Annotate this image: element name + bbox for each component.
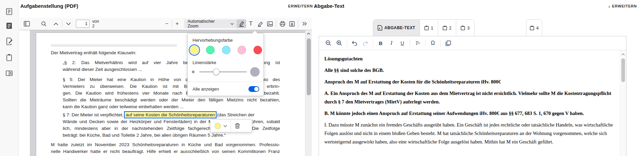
editor-content[interactable]: Lösungsgutachten Alle §§ sind solche des…: [319, 50, 626, 156]
zoom-in-button[interactable]: +: [174, 21, 181, 27]
color-swatch-red[interactable]: [254, 46, 262, 54]
trash-icon[interactable]: [235, 123, 240, 129]
editor-scrollbar[interactable]: [620, 50, 626, 156]
clipboard-icon[interactable]: [5, 53, 13, 61]
freetext-tool-button[interactable]: T: [246, 19, 256, 28]
pdf-highlighted-text[interactable]: auf seine Kosten die Schönheitsreparatur…: [125, 112, 216, 118]
redo-icon[interactable]: [360, 38, 371, 48]
text-editor: B I U Tx Ω Lösungsgutachten Alle §§ sind…: [319, 36, 626, 156]
underline-button[interactable]: U: [397, 38, 408, 48]
zoom-out-icon[interactable]: [323, 38, 334, 48]
pdf-clause7-line: § 7: Der Mieter ist verpflichtet, auf se…: [63, 112, 280, 118]
pdf-clause5-line: kann die Kaution ganz oder teilweise ein…: [63, 103, 280, 110]
highlighter-tool-button[interactable]: [237, 19, 246, 28]
tab-abgabe-text[interactable]: ABGABE-TEXT: [373, 20, 420, 36]
show-all-row: Alle anzeigen: [193, 86, 259, 92]
tab-2[interactable]: 2: [438, 20, 457, 36]
pdf-expand-button[interactable]: ERWEITERN ›: [288, 4, 317, 8]
pdf-scrollbar[interactable]: [305, 30, 312, 156]
app-screen: Aufgabenstellung (PDF) ERWEITERN › Abgab…: [0, 0, 644, 156]
zoom-in-icon[interactable]: [334, 38, 345, 48]
pdf-scrollbar-thumb[interactable]: [307, 38, 311, 95]
pdf-clause5-line: Sollten die Mieträume beschädigt werden …: [63, 97, 280, 103]
highlighter-icon: [239, 21, 244, 27]
thickness-slider: [192, 67, 260, 77]
annotation-color-swatch[interactable]: [215, 123, 221, 129]
search-icon[interactable]: [39, 19, 48, 28]
clipboard-icon: [461, 25, 465, 31]
tab-4[interactable]: 4: [526, 19, 542, 36]
highlight-color-label: Hervorhebungsfarbe: [193, 38, 233, 43]
sidebar-toggle-icon[interactable]: [22, 19, 32, 28]
highlight-settings-popup: Hervorhebungsfarbe Linienstärke Alle anz…: [187, 33, 264, 96]
find-next-icon[interactable]: [64, 19, 73, 28]
pdf-clause7-pre: § 7: Der Mieter ist verpflichtet,: [63, 112, 125, 117]
page-count-label: von 2: [92, 19, 101, 28]
scroll-up-icon[interactable]: [306, 32, 311, 36]
editor-expand-button[interactable]: ‹ ERWEITERN: [608, 4, 637, 8]
pdf-panel-title: Aufgabenstellung (PDF): [20, 3, 78, 9]
editor-paragraph: A. Ein Anspruch des M auf Erstattung der…: [324, 89, 616, 106]
tab-1[interactable]: 1: [420, 20, 438, 36]
show-all-label: Alle anzeigen: [193, 86, 219, 92]
thickness-min-dot: [192, 71, 195, 73]
file-text-icon[interactable]: [5, 7, 13, 16]
clipboard-icon: [530, 25, 534, 31]
pdf-toolbar: von 2 − + Automatischer Zoom T: [19, 18, 312, 30]
chevron-down-icon: [230, 23, 234, 25]
editor-paragraph: I. Dazu müsste M zunächst ein fremdes Ge…: [324, 121, 616, 146]
remove-format-t: T: [416, 40, 418, 46]
pdf-content-area: Der Mietvertrag enthält folgende Klausel…: [30, 30, 312, 156]
tab-label: 3: [467, 25, 470, 31]
color-swatch-green[interactable]: [206, 46, 215, 54]
app-sidebar: [0, 0, 19, 156]
slider-track[interactable]: [199, 72, 247, 72]
remove-format-button[interactable]: Tx: [412, 38, 423, 48]
annotation-edit-popup: [210, 119, 252, 132]
editor-paragraph: Anspruch des M auf Erstattung der Kosten…: [324, 78, 616, 86]
toggle-knob: [254, 87, 259, 91]
file-text-filled-icon[interactable]: [5, 22, 13, 30]
more-tools-icon[interactable]: [300, 19, 309, 28]
scroll-up-icon[interactable]: [621, 52, 625, 57]
file-edit-icon[interactable]: [5, 37, 13, 45]
ink-tool-button[interactable]: [256, 19, 265, 28]
pencil-icon: [258, 21, 263, 27]
paste-icon[interactable]: [443, 38, 454, 48]
italic-button[interactable]: I: [386, 38, 397, 48]
color-swatch-pink[interactable]: [238, 46, 246, 54]
zoom-out-button[interactable]: −: [163, 21, 170, 27]
special-characters-button[interactable]: Ω: [427, 38, 438, 48]
page-number-input[interactable]: [76, 20, 89, 28]
editor-paragraph: B. M könnte jedoch einen Anspruch auf Er…: [324, 109, 616, 118]
editor-expand-label: ERWEITERN: [612, 4, 637, 8]
editor-toolbar: B I U Tx Ω: [319, 36, 626, 50]
download-icon[interactable]: [287, 19, 297, 28]
chevron-down-icon[interactable]: [223, 125, 227, 127]
clipboard-icon: [443, 25, 447, 31]
color-swatch-cyan[interactable]: [222, 46, 230, 54]
slider-thumb[interactable]: [213, 69, 220, 75]
find-previous-icon[interactable]: [51, 19, 61, 28]
editor-paragraph: Alle §§ sind solche des BGB.: [324, 66, 616, 75]
editor-scrollbar-thumb[interactable]: [621, 58, 625, 82]
editor-paragraph: Lösungsgutachten: [324, 55, 616, 63]
print-icon[interactable]: [278, 19, 287, 28]
image-tool-button[interactable]: [265, 19, 275, 28]
pdf-expand-label: ERWEITERN: [288, 4, 313, 8]
editor-panel-title: Abgabe-Text: [314, 3, 344, 9]
tab-3[interactable]: 3: [456, 20, 474, 36]
bold-button[interactable]: B: [375, 38, 386, 48]
line-thickness-label: Linienstärke: [193, 60, 216, 65]
color-swatch-yellow[interactable]: [190, 46, 199, 54]
popup-divider: [188, 82, 263, 82]
popup-divider: [230, 120, 231, 132]
split-view-icon[interactable]: [5, 69, 13, 77]
show-all-toggle[interactable]: [248, 86, 259, 92]
image-icon: [267, 21, 273, 26]
pdf-closing-line: nelle Handwerker hatte er nicht beauftra…: [51, 148, 280, 155]
thickness-max-dot: [250, 67, 260, 77]
zoom-level-select[interactable]: Automatischer Zoom: [184, 19, 237, 28]
tab-label: 1: [431, 25, 434, 31]
undo-icon[interactable]: [349, 38, 360, 48]
